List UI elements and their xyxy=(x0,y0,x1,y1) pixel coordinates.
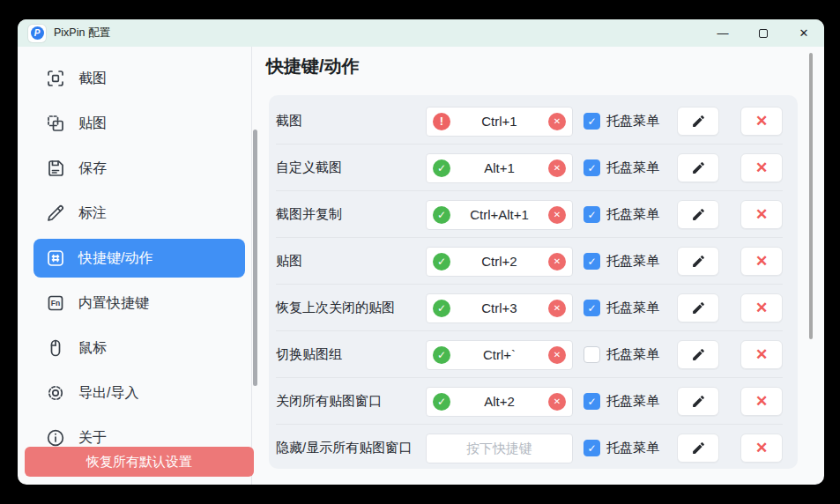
hotkey-row: 切换贴图组 托盘菜单 xyxy=(276,331,783,378)
hotkey-rows: 截图 托盘菜单 自定义截图 xyxy=(269,95,798,469)
tray-menu-label: 托盘菜单 xyxy=(606,393,659,410)
tray-menu-label: 托盘菜单 xyxy=(606,159,659,176)
clear-hotkey-icon[interactable] xyxy=(548,159,566,177)
hotkey-input[interactable] xyxy=(426,434,573,463)
sidebar-item-builtin-hotkeys[interactable]: Fn 内置快捷键 xyxy=(33,284,245,322)
tray-checkbox[interactable] xyxy=(584,253,600,270)
edit-hotkey-button[interactable] xyxy=(677,387,719,416)
sidebar-item-label: 保存 xyxy=(78,159,107,178)
delete-x-icon xyxy=(755,114,768,129)
delete-x-icon xyxy=(755,207,768,222)
hotkey-input-group xyxy=(426,293,573,323)
hotkey-row: 自定义截图 托盘菜单 xyxy=(276,145,783,191)
sidebar-item-export-import[interactable]: 导出/导入 xyxy=(33,374,245,412)
hotkey-status-icon xyxy=(433,206,450,224)
tray-checkbox[interactable] xyxy=(584,113,600,130)
sidebar-item-label: 关于 xyxy=(78,429,107,448)
action-label: 隐藏/显示所有贴图窗口 xyxy=(276,440,426,456)
delete-hotkey-button[interactable] xyxy=(740,247,783,276)
sidebar-item-label: 截图 xyxy=(78,70,107,88)
tray-checkbox[interactable] xyxy=(584,346,600,363)
clear-hotkey-icon[interactable] xyxy=(548,113,566,130)
clear-hotkey-icon[interactable] xyxy=(548,253,566,271)
maximize-button[interactable] xyxy=(743,19,784,47)
edit-hotkey-button[interactable] xyxy=(677,293,719,322)
sidebar-item-screenshot[interactable]: 截图 xyxy=(33,59,245,98)
hotkey-input-group xyxy=(426,200,573,230)
page-title: 快捷键/动作 xyxy=(266,55,360,78)
pencil-icon xyxy=(691,394,706,409)
pencil-icon xyxy=(691,254,706,269)
pencil-icon xyxy=(691,441,706,456)
hotkey-row: 恢复上次关闭的贴图 托盘菜单 xyxy=(276,285,783,331)
edit-hotkey-button[interactable] xyxy=(677,107,719,136)
tray-checkbox[interactable] xyxy=(584,393,600,410)
hotkey-input-group xyxy=(426,107,573,137)
clear-hotkey-icon[interactable] xyxy=(548,206,566,224)
action-label: 截图并复制 xyxy=(276,206,426,223)
sidebar: 截图 贴图 保存 标注 快捷键/动作 xyxy=(33,59,245,463)
edit-hotkey-button[interactable] xyxy=(677,153,719,182)
sidebar-scrollbar-thumb[interactable] xyxy=(253,130,257,386)
svg-text:Fn: Fn xyxy=(51,299,60,308)
delete-x-icon xyxy=(755,300,768,315)
maximize-icon xyxy=(759,29,768,38)
delete-hotkey-button[interactable] xyxy=(740,387,783,416)
restore-defaults-button[interactable]: 恢复所有默认设置 xyxy=(25,447,254,477)
pencil-icon xyxy=(691,347,706,362)
delete-x-icon xyxy=(755,394,768,409)
delete-hotkey-button[interactable] xyxy=(740,434,783,463)
tray-menu-label: 托盘菜单 xyxy=(606,440,659,456)
tray-checkbox[interactable] xyxy=(584,300,600,316)
hotkey-row: 隐藏/显示所有贴图窗口 托盘菜单 xyxy=(276,425,783,469)
hotkey-input-group xyxy=(426,387,573,417)
sidebar-item-save[interactable]: 保存 xyxy=(33,149,245,188)
hotkey-panel: 截图 托盘菜单 自定义截图 xyxy=(269,95,798,469)
action-label: 切换贴图组 xyxy=(276,346,426,363)
clear-hotkey-icon[interactable] xyxy=(548,393,566,411)
edit-hotkey-button[interactable] xyxy=(677,247,719,276)
action-label: 贴图 xyxy=(276,253,426,270)
sidebar-item-label: 标注 xyxy=(78,204,107,223)
clear-hotkey-icon[interactable] xyxy=(548,300,566,317)
sidebar-item-hotkeys[interactable]: 快捷键/动作 xyxy=(33,239,245,278)
minimize-icon: — xyxy=(717,26,729,40)
action-label: 截图 xyxy=(276,113,426,130)
action-label: 恢复上次关闭的贴图 xyxy=(276,300,426,316)
tray-checkbox[interactable] xyxy=(584,206,600,223)
hotkey-row: 截图并复制 托盘菜单 xyxy=(276,191,783,238)
delete-hotkey-button[interactable] xyxy=(740,153,783,182)
tray-menu-label: 托盘菜单 xyxy=(606,300,659,316)
tray-checkbox[interactable] xyxy=(584,440,600,456)
sidebar-item-mouse[interactable]: 鼠标 xyxy=(33,329,245,367)
close-icon: ✕ xyxy=(799,26,809,40)
sidebar-item-label: 鼠标 xyxy=(78,339,107,358)
edit-hotkey-button[interactable] xyxy=(677,340,719,369)
hotkey-status-icon xyxy=(433,346,450,364)
pin-image-icon xyxy=(45,113,66,134)
save-icon xyxy=(45,158,66,179)
minimize-button[interactable]: — xyxy=(702,19,743,47)
delete-x-icon xyxy=(755,441,768,456)
edit-hotkey-button[interactable] xyxy=(677,434,719,463)
sidebar-item-annotate[interactable]: 标注 xyxy=(33,194,245,233)
clear-hotkey-icon[interactable] xyxy=(548,346,566,364)
main-scrollbar-thumb[interactable] xyxy=(809,53,813,339)
edit-hotkey-button[interactable] xyxy=(677,200,719,229)
delete-hotkey-button[interactable] xyxy=(740,293,783,322)
hotkey-status-icon xyxy=(433,159,450,177)
hotkey-row: 截图 托盘菜单 xyxy=(276,98,783,145)
hotkey-input-group xyxy=(426,340,573,370)
action-label: 自定义截图 xyxy=(276,159,426,176)
delete-hotkey-button[interactable] xyxy=(740,340,783,369)
sidebar-item-pin-image[interactable]: 贴图 xyxy=(33,104,245,143)
action-label: 关闭所有贴图窗口 xyxy=(276,393,426,410)
tray-checkbox[interactable] xyxy=(584,159,600,176)
close-button[interactable]: ✕ xyxy=(784,19,824,47)
delete-hotkey-button[interactable] xyxy=(740,107,783,136)
delete-hotkey-button[interactable] xyxy=(740,200,783,229)
sidebar-item-label: 贴图 xyxy=(78,115,107,133)
hotkey-input-group xyxy=(426,247,573,277)
tray-menu-label: 托盘菜单 xyxy=(606,206,659,223)
sidebar-item-label: 导出/导入 xyxy=(78,384,138,403)
